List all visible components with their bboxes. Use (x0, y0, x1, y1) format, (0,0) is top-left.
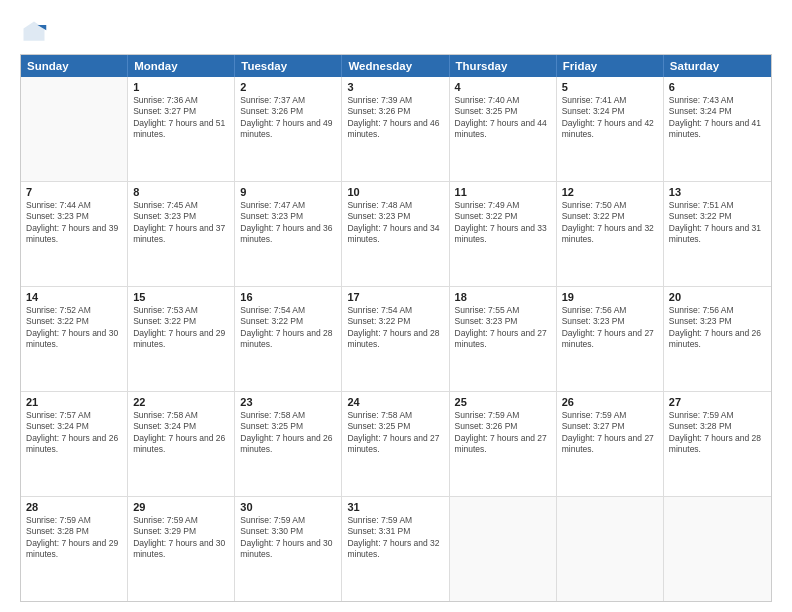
empty-cell (450, 497, 557, 601)
day-info: Sunrise: 7:41 AMSunset: 3:24 PMDaylight:… (562, 95, 658, 141)
day-cell-22: 22Sunrise: 7:58 AMSunset: 3:24 PMDayligh… (128, 392, 235, 496)
day-info: Sunrise: 7:49 AMSunset: 3:22 PMDaylight:… (455, 200, 551, 246)
day-info: Sunrise: 7:44 AMSunset: 3:23 PMDaylight:… (26, 200, 122, 246)
day-number: 24 (347, 396, 443, 408)
day-number: 11 (455, 186, 551, 198)
day-cell-5: 5Sunrise: 7:41 AMSunset: 3:24 PMDaylight… (557, 77, 664, 181)
calendar-header: SundayMondayTuesdayWednesdayThursdayFrid… (21, 55, 771, 77)
day-number: 16 (240, 291, 336, 303)
calendar-body: 1Sunrise: 7:36 AMSunset: 3:27 PMDaylight… (21, 77, 771, 601)
logo (20, 18, 52, 46)
day-info: Sunrise: 7:51 AMSunset: 3:22 PMDaylight:… (669, 200, 766, 246)
header-day-friday: Friday (557, 55, 664, 77)
day-number: 3 (347, 81, 443, 93)
day-cell-10: 10Sunrise: 7:48 AMSunset: 3:23 PMDayligh… (342, 182, 449, 286)
day-number: 9 (240, 186, 336, 198)
day-cell-1: 1Sunrise: 7:36 AMSunset: 3:27 PMDaylight… (128, 77, 235, 181)
day-info: Sunrise: 7:59 AMSunset: 3:26 PMDaylight:… (455, 410, 551, 456)
empty-cell (21, 77, 128, 181)
day-cell-15: 15Sunrise: 7:53 AMSunset: 3:22 PMDayligh… (128, 287, 235, 391)
header-day-monday: Monday (128, 55, 235, 77)
day-info: Sunrise: 7:58 AMSunset: 3:24 PMDaylight:… (133, 410, 229, 456)
day-cell-2: 2Sunrise: 7:37 AMSunset: 3:26 PMDaylight… (235, 77, 342, 181)
header (20, 18, 772, 46)
day-cell-3: 3Sunrise: 7:39 AMSunset: 3:26 PMDaylight… (342, 77, 449, 181)
day-cell-29: 29Sunrise: 7:59 AMSunset: 3:29 PMDayligh… (128, 497, 235, 601)
day-cell-28: 28Sunrise: 7:59 AMSunset: 3:28 PMDayligh… (21, 497, 128, 601)
empty-cell (557, 497, 664, 601)
svg-marker-1 (24, 22, 45, 41)
calendar-week-5: 28Sunrise: 7:59 AMSunset: 3:28 PMDayligh… (21, 497, 771, 601)
day-number: 2 (240, 81, 336, 93)
day-number: 29 (133, 501, 229, 513)
header-day-thursday: Thursday (450, 55, 557, 77)
day-info: Sunrise: 7:57 AMSunset: 3:24 PMDaylight:… (26, 410, 122, 456)
day-cell-20: 20Sunrise: 7:56 AMSunset: 3:23 PMDayligh… (664, 287, 771, 391)
day-info: Sunrise: 7:45 AMSunset: 3:23 PMDaylight:… (133, 200, 229, 246)
day-number: 27 (669, 396, 766, 408)
day-number: 30 (240, 501, 336, 513)
day-cell-6: 6Sunrise: 7:43 AMSunset: 3:24 PMDaylight… (664, 77, 771, 181)
day-cell-31: 31Sunrise: 7:59 AMSunset: 3:31 PMDayligh… (342, 497, 449, 601)
day-cell-30: 30Sunrise: 7:59 AMSunset: 3:30 PMDayligh… (235, 497, 342, 601)
day-number: 23 (240, 396, 336, 408)
calendar: SundayMondayTuesdayWednesdayThursdayFrid… (20, 54, 772, 602)
day-number: 21 (26, 396, 122, 408)
day-cell-26: 26Sunrise: 7:59 AMSunset: 3:27 PMDayligh… (557, 392, 664, 496)
day-cell-7: 7Sunrise: 7:44 AMSunset: 3:23 PMDaylight… (21, 182, 128, 286)
day-cell-21: 21Sunrise: 7:57 AMSunset: 3:24 PMDayligh… (21, 392, 128, 496)
calendar-week-4: 21Sunrise: 7:57 AMSunset: 3:24 PMDayligh… (21, 392, 771, 497)
day-info: Sunrise: 7:59 AMSunset: 3:30 PMDaylight:… (240, 515, 336, 561)
day-number: 20 (669, 291, 766, 303)
day-cell-8: 8Sunrise: 7:45 AMSunset: 3:23 PMDaylight… (128, 182, 235, 286)
calendar-week-2: 7Sunrise: 7:44 AMSunset: 3:23 PMDaylight… (21, 182, 771, 287)
day-number: 1 (133, 81, 229, 93)
day-number: 5 (562, 81, 658, 93)
day-cell-23: 23Sunrise: 7:58 AMSunset: 3:25 PMDayligh… (235, 392, 342, 496)
day-info: Sunrise: 7:50 AMSunset: 3:22 PMDaylight:… (562, 200, 658, 246)
day-info: Sunrise: 7:59 AMSunset: 3:31 PMDaylight:… (347, 515, 443, 561)
calendar-week-3: 14Sunrise: 7:52 AMSunset: 3:22 PMDayligh… (21, 287, 771, 392)
day-info: Sunrise: 7:54 AMSunset: 3:22 PMDaylight:… (240, 305, 336, 351)
day-cell-24: 24Sunrise: 7:58 AMSunset: 3:25 PMDayligh… (342, 392, 449, 496)
day-number: 6 (669, 81, 766, 93)
day-number: 12 (562, 186, 658, 198)
day-info: Sunrise: 7:53 AMSunset: 3:22 PMDaylight:… (133, 305, 229, 351)
day-info: Sunrise: 7:37 AMSunset: 3:26 PMDaylight:… (240, 95, 336, 141)
day-info: Sunrise: 7:40 AMSunset: 3:25 PMDaylight:… (455, 95, 551, 141)
day-cell-25: 25Sunrise: 7:59 AMSunset: 3:26 PMDayligh… (450, 392, 557, 496)
day-cell-17: 17Sunrise: 7:54 AMSunset: 3:22 PMDayligh… (342, 287, 449, 391)
day-number: 13 (669, 186, 766, 198)
page: SundayMondayTuesdayWednesdayThursdayFrid… (0, 0, 792, 612)
day-info: Sunrise: 7:36 AMSunset: 3:27 PMDaylight:… (133, 95, 229, 141)
header-day-wednesday: Wednesday (342, 55, 449, 77)
day-info: Sunrise: 7:43 AMSunset: 3:24 PMDaylight:… (669, 95, 766, 141)
day-cell-19: 19Sunrise: 7:56 AMSunset: 3:23 PMDayligh… (557, 287, 664, 391)
day-number: 7 (26, 186, 122, 198)
day-number: 22 (133, 396, 229, 408)
day-cell-12: 12Sunrise: 7:50 AMSunset: 3:22 PMDayligh… (557, 182, 664, 286)
calendar-week-1: 1Sunrise: 7:36 AMSunset: 3:27 PMDaylight… (21, 77, 771, 182)
day-info: Sunrise: 7:56 AMSunset: 3:23 PMDaylight:… (562, 305, 658, 351)
day-number: 14 (26, 291, 122, 303)
day-info: Sunrise: 7:47 AMSunset: 3:23 PMDaylight:… (240, 200, 336, 246)
day-cell-4: 4Sunrise: 7:40 AMSunset: 3:25 PMDaylight… (450, 77, 557, 181)
day-info: Sunrise: 7:39 AMSunset: 3:26 PMDaylight:… (347, 95, 443, 141)
header-day-saturday: Saturday (664, 55, 771, 77)
day-info: Sunrise: 7:52 AMSunset: 3:22 PMDaylight:… (26, 305, 122, 351)
day-info: Sunrise: 7:59 AMSunset: 3:27 PMDaylight:… (562, 410, 658, 456)
day-info: Sunrise: 7:54 AMSunset: 3:22 PMDaylight:… (347, 305, 443, 351)
day-number: 28 (26, 501, 122, 513)
day-info: Sunrise: 7:59 AMSunset: 3:28 PMDaylight:… (26, 515, 122, 561)
generalblue-logo-icon (20, 18, 48, 46)
day-number: 19 (562, 291, 658, 303)
day-cell-18: 18Sunrise: 7:55 AMSunset: 3:23 PMDayligh… (450, 287, 557, 391)
day-cell-13: 13Sunrise: 7:51 AMSunset: 3:22 PMDayligh… (664, 182, 771, 286)
day-number: 18 (455, 291, 551, 303)
day-info: Sunrise: 7:56 AMSunset: 3:23 PMDaylight:… (669, 305, 766, 351)
day-number: 15 (133, 291, 229, 303)
day-number: 4 (455, 81, 551, 93)
day-number: 26 (562, 396, 658, 408)
day-info: Sunrise: 7:59 AMSunset: 3:29 PMDaylight:… (133, 515, 229, 561)
day-cell-16: 16Sunrise: 7:54 AMSunset: 3:22 PMDayligh… (235, 287, 342, 391)
